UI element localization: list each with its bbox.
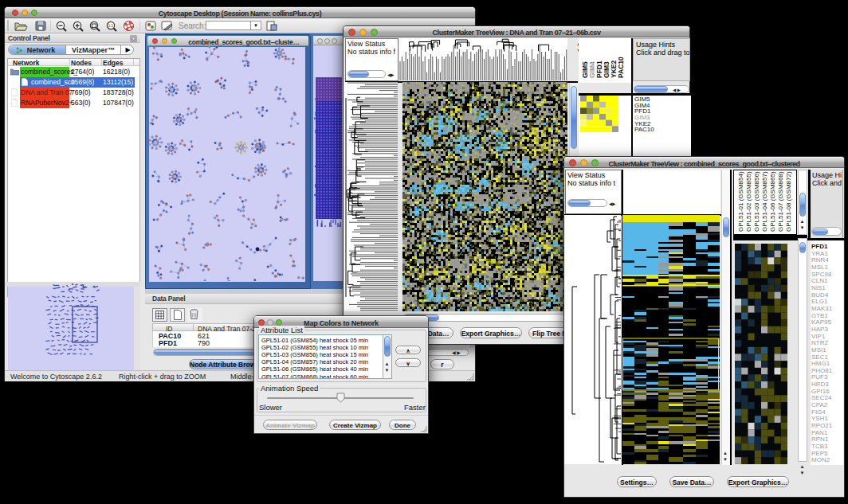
svg-text:1:1: 1:1: [108, 24, 114, 28]
